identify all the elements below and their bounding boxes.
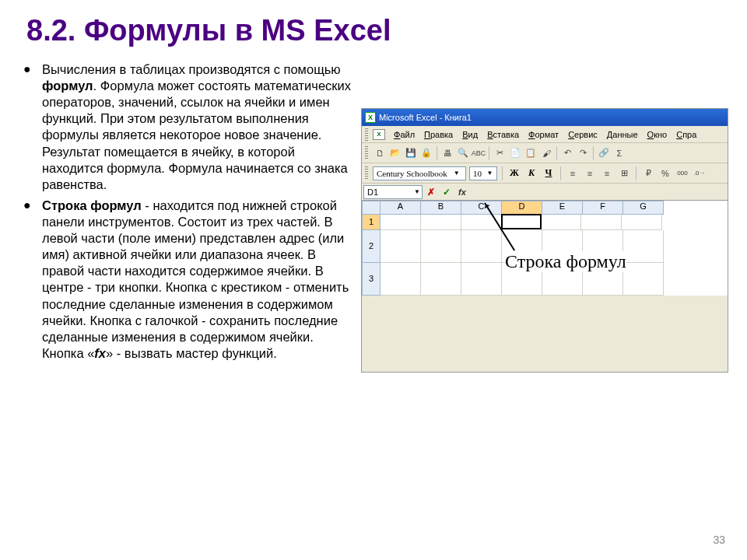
cell[interactable] [421, 230, 461, 263]
menu-file[interactable]: Файл [390, 128, 419, 141]
font-name-combo[interactable]: Century Schoolbook ▼ [373, 166, 466, 180]
align-right-icon[interactable]: ≡ [600, 166, 614, 180]
cell[interactable] [623, 230, 664, 263]
row-header-2[interactable]: 2 [362, 230, 381, 263]
formula-cancel-button[interactable]: ✗ [424, 185, 438, 199]
col-header-e[interactable]: E [542, 201, 583, 215]
name-box-value: D1 [367, 187, 378, 197]
italic-button[interactable]: К [524, 166, 538, 180]
formula-ok-button[interactable]: ✓ [440, 185, 454, 199]
text-column: Вычисления в таблицах производятся с пом… [28, 61, 355, 373]
toolbar-sep4 [593, 146, 594, 160]
excel-titlebar: X Microsoft Excel - Книга1 [362, 109, 728, 126]
copy-icon[interactable]: 📄 [508, 146, 522, 160]
bullet-2-bold: Строка формул [42, 198, 142, 212]
align-center-icon[interactable]: ≡ [583, 166, 597, 180]
fx-button[interactable]: fx [455, 185, 469, 199]
menu-window[interactable]: Окно [644, 128, 672, 141]
col-header-b[interactable]: B [421, 201, 461, 215]
undo-icon[interactable]: ↶ [560, 146, 574, 160]
name-box[interactable]: D1 ▼ [363, 185, 423, 199]
cell[interactable] [381, 215, 421, 230]
paste-icon[interactable]: 📋 [524, 146, 538, 160]
cell[interactable] [622, 215, 662, 230]
spell-icon[interactable]: ABC [472, 146, 486, 160]
percent-icon[interactable]: % [658, 166, 672, 180]
col-header-g[interactable]: G [623, 201, 664, 215]
open-icon[interactable]: 📂 [388, 146, 402, 160]
excel-toolbar: 🗋 📂 💾 🔒 🖶 🔍 ABC ✂ 📄 📋 🖌 ↶ ↷ 🔗 Σ [362, 143, 728, 163]
cell[interactable] [581, 215, 622, 230]
print-icon[interactable]: 🖶 [440, 146, 454, 160]
chevron-down-icon: ▼ [452, 170, 461, 177]
menu-tools[interactable]: Сервис [564, 128, 601, 141]
font-name-value: Century Schoolbook [377, 169, 447, 178]
underline-button[interactable]: Ч [542, 166, 556, 180]
align-left-icon[interactable]: ≡ [566, 166, 580, 180]
fontbar-grip-icon [365, 166, 368, 180]
currency-icon[interactable]: ₽ [641, 166, 655, 180]
cell[interactable] [541, 215, 581, 230]
font-size-value: 10 [473, 169, 482, 178]
bullet-1-bold: формул [42, 79, 93, 93]
thousands-icon[interactable]: 000 [675, 166, 689, 180]
bullet-2: Строка формул - находится под нижней стр… [28, 198, 355, 362]
toolbar-sep3 [556, 146, 557, 160]
increase-decimal-icon[interactable]: .0→ [693, 166, 707, 180]
active-cell-d1[interactable] [501, 214, 542, 229]
excel-app-icon: X [365, 112, 376, 123]
menu-help[interactable]: Спра [672, 128, 700, 141]
cell[interactable] [421, 263, 461, 296]
link-icon[interactable]: 🔗 [597, 146, 611, 160]
page-number: 33 [713, 534, 725, 546]
fontbar-sep [502, 166, 503, 180]
permission-icon[interactable]: 🔒 [419, 146, 433, 160]
col-header-f[interactable]: F [583, 201, 623, 215]
excel-fontbar: Century Schoolbook ▼ 10 ▼ Ж К Ч ≡ ≡ ≡ ⊞ … [362, 163, 728, 184]
excel-doc-icon: X [373, 129, 385, 140]
toolbar-sep2 [489, 146, 489, 160]
chevron-down-icon: ▼ [486, 170, 493, 177]
save-icon[interactable]: 💾 [404, 146, 418, 160]
menu-data[interactable]: Данные [603, 128, 642, 141]
formula-bar: D1 ▼ ✗ ✓ fx [362, 184, 728, 201]
cell[interactable] [461, 230, 502, 263]
toolbar-sep [437, 146, 437, 160]
menubar-grip-icon [365, 128, 368, 141]
bullet-2-tail: » - вызвать мастер функций. [106, 346, 277, 360]
toolbar-grip-icon [365, 146, 368, 160]
autosum-icon[interactable]: Σ [612, 146, 626, 160]
formula-bar-annotation: Строка формул [505, 251, 626, 272]
bullet-1-pre: Вычисления в таблицах производятся с пом… [42, 62, 341, 76]
redo-icon[interactable]: ↷ [576, 146, 590, 160]
row-header-3[interactable]: 3 [362, 263, 381, 296]
cell[interactable] [461, 263, 502, 296]
bold-button[interactable]: Ж [507, 166, 521, 180]
cell[interactable] [381, 263, 421, 296]
spreadsheet-grid: A B C D E F G 1 [362, 201, 728, 296]
menu-view[interactable]: Вид [458, 128, 482, 141]
excel-titlebar-text: Microsoft Excel - Книга1 [379, 113, 472, 122]
preview-icon[interactable]: 🔍 [456, 146, 470, 160]
cell[interactable] [623, 263, 664, 296]
merge-icon[interactable]: ⊞ [617, 166, 631, 180]
bullet-2-mid: - находится под нижней строкой панели ин… [42, 198, 349, 360]
cut-icon[interactable]: ✂ [493, 146, 507, 160]
select-all-corner[interactable] [362, 201, 381, 215]
font-size-combo[interactable]: 10 ▼ [469, 166, 497, 180]
cell[interactable] [421, 215, 461, 230]
col-header-d[interactable]: D [502, 201, 542, 215]
format-painter-icon[interactable]: 🖌 [539, 146, 553, 160]
fontbar-sep3 [636, 166, 637, 180]
menu-edit[interactable]: Правка [420, 128, 457, 141]
bullet-1: Вычисления в таблицах производятся с пом… [28, 61, 355, 193]
col-header-a[interactable]: A [381, 201, 421, 215]
menu-format[interactable]: Формат [524, 128, 563, 141]
row-header-1[interactable]: 1 [362, 215, 381, 230]
menu-insert[interactable]: Вставка [483, 128, 523, 141]
bullet-2-fx: fx [94, 346, 106, 360]
excel-screenshot: X Microsoft Excel - Книга1 X Файл Правка… [361, 108, 728, 373]
new-icon[interactable]: 🗋 [373, 146, 387, 160]
bullet-1-rest: . Формула может состоять математических … [42, 79, 351, 191]
cell[interactable] [381, 230, 421, 263]
